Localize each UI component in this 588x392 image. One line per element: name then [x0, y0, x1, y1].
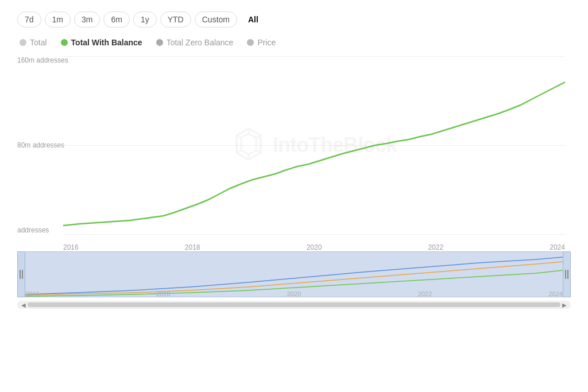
handle-line-3: [565, 270, 566, 279]
nav-x-label-2016: 2016: [25, 290, 39, 297]
time-filter-bar: 7d 1m 3m 6m 1y YTD Custom All: [17, 11, 571, 28]
handle-line-4: [567, 270, 568, 279]
x-label-2018: 2018: [185, 243, 200, 251]
filter-6m[interactable]: 6m: [103, 11, 129, 28]
x-label-2020: 2020: [307, 243, 322, 251]
line-total-with-balance: [63, 82, 565, 226]
x-label-2022: 2022: [428, 243, 443, 251]
x-label-2024: 2024: [550, 243, 565, 251]
nav-x-label-2018: 2018: [156, 290, 170, 297]
navigator-handle-right[interactable]: [563, 251, 571, 297]
main-container: 7d 1m 3m 6m 1y YTD Custom All Total Tota…: [0, 0, 588, 392]
legend-label-price: Price: [257, 38, 276, 47]
legend-dot-total-zero-balance: [156, 39, 163, 46]
filter-ytd[interactable]: YTD: [160, 11, 191, 28]
scroll-right-arrow[interactable]: ▶: [560, 301, 568, 309]
chart-legend: Total Total With Balance Total Zero Bala…: [17, 38, 571, 47]
x-axis: 2016 2018 2020 2022 2024: [63, 243, 565, 251]
y-label-bottom: addresses: [17, 226, 68, 234]
nav-x-label-2020: 2020: [287, 290, 301, 297]
nav-x-label-2022: 2022: [418, 290, 432, 297]
legend-price[interactable]: Price: [247, 38, 276, 47]
filter-all[interactable]: All: [241, 11, 266, 28]
filter-7d[interactable]: 7d: [17, 11, 41, 28]
legend-dot-price: [247, 39, 254, 46]
handle-line-1: [20, 270, 21, 279]
grid-line-bottom: [63, 234, 565, 235]
y-label-top: 160m addresses: [17, 56, 68, 64]
nav-x-label-2024: 2024: [549, 290, 563, 297]
legend-label-total: Total: [30, 38, 47, 47]
chart-svg-area: IntoTheBlock: [63, 56, 565, 234]
navigator-x-axis: 2016 2018 2020 2022 2024: [25, 288, 563, 297]
filter-custom[interactable]: Custom: [195, 11, 237, 28]
filter-1m[interactable]: 1m: [45, 11, 71, 28]
scrollbar-track: ◀ ▶: [17, 301, 571, 309]
scroll-left-arrow[interactable]: ◀: [20, 301, 28, 309]
legend-label-total-with-balance: Total With Balance: [71, 38, 142, 47]
legend-total-with-balance[interactable]: Total With Balance: [61, 38, 142, 47]
navigator: 2016 2018 2020 2022 2024 ◀ ▶: [17, 251, 571, 309]
legend-dot-total-with-balance: [61, 39, 68, 46]
main-chart: 160m addresses 80m addresses addresses: [17, 56, 571, 251]
scrollbar-thumb[interactable]: [28, 302, 560, 307]
x-label-2016: 2016: [63, 243, 79, 251]
main-chart-svg: [63, 56, 565, 234]
y-axis: 160m addresses 80m addresses addresses: [17, 56, 68, 251]
filter-3m[interactable]: 3m: [74, 11, 100, 28]
legend-total[interactable]: Total: [20, 38, 47, 47]
chart-wrapper: 160m addresses 80m addresses addresses: [17, 56, 571, 309]
legend-total-zero-balance[interactable]: Total Zero Balance: [156, 38, 234, 47]
legend-dot-total: [20, 39, 26, 46]
navigator-handle-left[interactable]: [17, 251, 25, 297]
y-label-mid: 80m addresses: [17, 141, 68, 149]
filter-1y[interactable]: 1y: [133, 11, 157, 28]
legend-label-total-zero-balance: Total Zero Balance: [167, 38, 234, 47]
handle-line-2: [22, 270, 23, 279]
